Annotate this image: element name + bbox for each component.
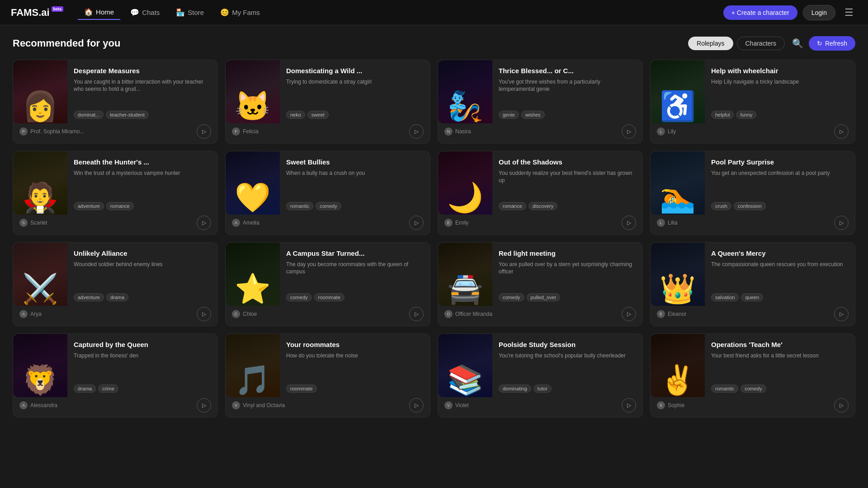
play-button[interactable]: ▷ [834,398,849,413]
card-title: Help with wheelchair [711,66,849,75]
tag: roommate [286,385,317,393]
card-inner: 💛 Sweet Bullies When a bully has a crush… [226,151,430,215]
card-inner: 👩 Desperate Measures You are caught in a… [13,60,217,123]
card-desc: Wounded soldier behind enemy lines [74,261,211,289]
avatar: E [444,219,453,227]
tag: comedy [316,202,341,210]
play-button[interactable]: ▷ [834,307,849,321]
card-inner: 🎵 Your roommates How do you tolerate the… [226,334,430,397]
tag: neko [286,111,305,119]
create-character-button[interactable]: + Create a character [723,5,797,20]
character-emoji: 🏊 [651,151,705,215]
play-button[interactable]: ▷ [622,307,636,321]
card-13[interactable]: 🦁 Captured by the Queen Trapped in the l… [13,333,218,418]
card-author: O Officer Miranda [444,310,492,318]
card-author: C Chloe [232,310,257,318]
card-tags: romanticcomedy [286,202,424,210]
card-8[interactable]: 🏊 Pool Party Surprise You get an unexpec… [650,151,855,235]
play-button[interactable]: ▷ [409,216,424,230]
play-button[interactable]: ▷ [622,398,636,413]
avatar: S [19,219,28,227]
card-footer: P Prof. Sophia Miramo... ▷ [13,124,217,143]
card-inner: ✌️ Operations 'Teach Me' Your best frien… [651,334,855,397]
card-inner: 🧞 Thrice Blessed... or C... You've got t… [438,60,642,123]
card-10[interactable]: ⭐ A Campus Star Turned... The day you be… [225,242,430,326]
tag: roommate [314,293,345,301]
nav-items: 🏠 Home 💬 Chats 🏪 Store 😊 My Fams [78,5,723,20]
play-button[interactable]: ▷ [197,398,211,413]
author-name: Arya [30,311,42,317]
card-9[interactable]: ⚔️ Unlikely Alliance Wounded soldier beh… [13,242,218,326]
menu-button[interactable]: ☰ [841,5,857,20]
nav-home-label: Home [96,8,114,16]
play-button[interactable]: ▷ [834,124,849,139]
play-button[interactable]: ▷ [409,124,424,139]
card-image: 🧞 [438,60,492,123]
card-1[interactable]: 👩 Desperate Measures You are caught in a… [13,60,218,144]
card-desc: Your best friend asks for a little secre… [711,352,849,380]
refresh-button[interactable]: ↻ Refresh [809,36,855,51]
card-image: ♿ [651,60,705,123]
avatar: A [19,310,28,318]
card-image: ⭐ [226,243,280,306]
card-5[interactable]: 🧛 Beneath the Hunter's ... Win the trust… [13,151,218,235]
card-image: 🧛 [13,151,67,215]
card-11[interactable]: 🚔 Red light meeting You are pulled over … [438,242,643,326]
card-7[interactable]: 🌙 Out of the Shadows You suddenly realiz… [438,151,643,235]
avatar: L [657,219,665,227]
character-emoji: 🎵 [226,334,280,397]
play-button[interactable]: ▷ [622,216,636,230]
tag: dominating [499,385,531,393]
card-6[interactable]: 💛 Sweet Bullies When a bully has a crush… [225,151,430,235]
card-image: 🚔 [438,243,492,306]
card-12[interactable]: 👑 A Queen's Mercy The compassionate quee… [650,242,855,326]
play-button[interactable]: ▷ [197,307,211,321]
card-15[interactable]: 📚 Poolside Study Session You're tutoring… [438,333,643,418]
nav-store[interactable]: 🏪 Store [170,5,210,19]
character-emoji: ⭐ [226,243,280,306]
character-emoji: 👑 [651,243,705,306]
card-16[interactable]: ✌️ Operations 'Teach Me' Your best frien… [650,333,855,418]
card-title: Poolside Study Session [499,340,636,349]
card-inner: 🏊 Pool Party Surprise You get an unexpec… [651,151,855,215]
character-emoji: 👩 [13,60,67,123]
card-author: N Nasira [444,127,471,136]
tag: romance [106,202,134,210]
card-content: Sweet Bullies When a bully has a crush o… [280,151,430,215]
play-button[interactable]: ▷ [197,124,211,139]
tag: helpful [711,111,734,119]
card-14[interactable]: 🎵 Your roommates How do you tolerate the… [225,333,430,418]
play-button[interactable]: ▷ [197,216,211,230]
card-tags: crushconfession [711,202,849,210]
nav-myfams[interactable]: 😊 My Fams [214,5,266,19]
card-title: Your roommates [286,340,424,349]
play-button[interactable]: ▷ [622,124,636,139]
avatar: V [232,401,240,409]
card-tags: romanticcomedy [711,385,849,393]
tag: confession [734,202,766,210]
tag: comedy [286,293,312,301]
play-button[interactable]: ▷ [834,216,849,230]
nav-home[interactable]: 🏠 Home [78,5,120,20]
filter-characters[interactable]: Characters [737,37,785,50]
card-4[interactable]: ♿ Help with wheelchair Help Lily navigat… [650,60,855,144]
tag: salvation [711,293,739,301]
search-button[interactable]: 🔍 [792,38,803,49]
login-button[interactable]: Login [803,5,835,20]
card-image: 👩 [13,60,67,123]
author-name: Violet [455,402,469,408]
play-button[interactable]: ▷ [409,398,424,413]
card-3[interactable]: 🧞 Thrice Blessed... or C... You've got t… [438,60,643,144]
character-emoji: 💛 [226,151,280,215]
play-button[interactable]: ▷ [409,307,424,321]
filter-roleplays[interactable]: Roleplays [688,37,733,50]
character-emoji: 🚔 [438,243,492,306]
section-title: Recommended for you [13,38,120,49]
myfams-icon: 😊 [220,8,229,17]
card-2[interactable]: 🐱 Domesticating a Wild ... Trying to dom… [225,60,430,144]
nav-chats[interactable]: 💬 Chats [124,5,166,19]
card-title: Desperate Measures [74,66,211,75]
author-name: Lily [668,128,676,135]
character-emoji: ♿ [651,60,705,123]
card-inner: ⭐ A Campus Star Turned... The day you be… [226,243,430,306]
